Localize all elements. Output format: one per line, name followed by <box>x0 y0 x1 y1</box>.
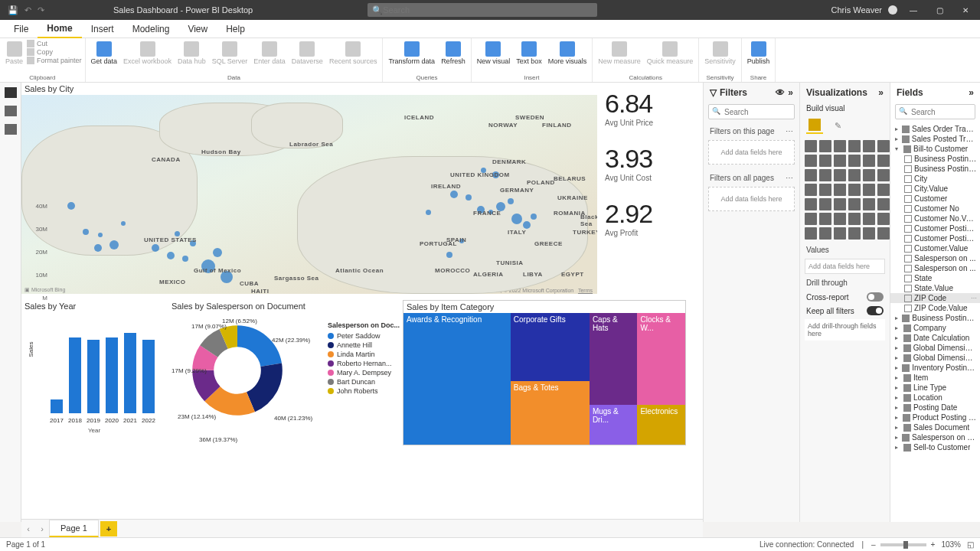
map-bubble[interactable] <box>98 233 103 237</box>
viz-type-24[interactable] <box>805 198 817 210</box>
table-node[interactable]: ▸Location <box>890 393 980 403</box>
viz-type-9[interactable] <box>848 155 861 167</box>
field-node[interactable]: Customer Postin... <box>890 233 980 243</box>
map-bubble[interactable] <box>83 229 89 235</box>
field-node[interactable]: Business Posting... <box>890 154 980 164</box>
filters-all-well[interactable]: Add data fields here <box>708 187 795 211</box>
map-bubble[interactable] <box>213 248 222 257</box>
zoom-out-button[interactable]: – <box>871 540 876 549</box>
table-node[interactable]: ▸Global Dimension 1 <box>890 343 980 353</box>
map-bubble[interactable] <box>182 256 188 262</box>
viz-type-14[interactable] <box>834 169 846 181</box>
cut-button[interactable]: Cut <box>27 40 82 47</box>
field-node[interactable]: Salesperson on ... <box>890 253 980 263</box>
map-bubble[interactable] <box>152 244 159 252</box>
treemap-cell[interactable]: Mugs & Dri... <box>590 405 638 445</box>
more-visuals-button[interactable]: More visuals <box>546 40 590 73</box>
field-checkbox[interactable] <box>904 295 912 302</box>
viz-type-4[interactable] <box>863 140 875 152</box>
menu-home[interactable]: Home <box>38 20 81 38</box>
treemap-cell[interactable]: Caps & Hats <box>590 313 638 405</box>
app-search-input[interactable] <box>383 5 593 15</box>
field-checkbox[interactable] <box>904 255 912 262</box>
map-bubble[interactable] <box>109 240 119 249</box>
map-bubble[interactable] <box>531 214 537 220</box>
viz-type-39[interactable] <box>848 227 861 240</box>
kpi-card[interactable]: 3.93Avg Unit Cost <box>603 138 692 193</box>
bar[interactable]: 2018 <box>69 337 81 413</box>
field-node[interactable]: Customer Postin... <box>890 223 980 233</box>
enter-data-button[interactable]: Enter data <box>251 40 288 73</box>
report-canvas[interactable]: Sales by City ▣ Microsoft Bing © 2022 To… <box>21 83 703 522</box>
viz-type-1[interactable] <box>819 140 831 152</box>
refresh-button[interactable]: Refresh <box>439 40 468 73</box>
menu-view[interactable]: View <box>178 21 217 37</box>
fields-search-input[interactable] <box>895 104 975 119</box>
bar[interactable]: 2017 <box>51 399 63 413</box>
next-page-button[interactable]: › <box>35 524 49 533</box>
bar[interactable]: 2022 <box>142 340 155 413</box>
data-view-icon[interactable] <box>5 106 17 116</box>
viz-type-15[interactable] <box>848 169 861 181</box>
field-checkbox[interactable] <box>904 285 912 292</box>
menu-modeling[interactable]: Modeling <box>123 21 179 37</box>
field-node[interactable]: City <box>890 174 980 184</box>
more-icon[interactable]: ⋯ <box>786 127 793 135</box>
values-well[interactable]: Add data fields here <box>805 259 885 274</box>
legend-item[interactable]: Annette Hill <box>328 341 400 349</box>
field-checkbox[interactable] <box>904 275 912 282</box>
field-node[interactable]: Customer No.Val... <box>890 214 980 223</box>
sql-server-button[interactable]: SQL Server <box>210 40 250 73</box>
legend-item[interactable]: Linda Martin <box>328 350 400 358</box>
save-icon[interactable]: 💾 <box>8 5 18 15</box>
viz-type-18[interactable] <box>805 184 817 196</box>
map-visual[interactable]: Sales by City ▣ Microsoft Bing © 2022 To… <box>21 83 597 297</box>
viz-type-27[interactable] <box>848 198 861 210</box>
field-node[interactable]: ZIP Code⋯ <box>890 293 980 303</box>
table-node[interactable]: ▸Date Calculation <box>890 333 980 343</box>
treemap-visual[interactable]: Sales by Item Category Awards & Recognit… <box>403 300 686 445</box>
kpi-cards[interactable]: 6.84Avg Unit Price3.93Avg Unit Cost2.92A… <box>603 83 692 248</box>
field-checkbox[interactable] <box>904 185 912 193</box>
field-checkbox[interactable] <box>904 215 912 223</box>
field-node[interactable]: Business Posting... <box>890 164 980 174</box>
zoom-in-button[interactable]: + <box>931 540 936 549</box>
treemap-cell[interactable]: Electronics <box>637 405 685 445</box>
text-box-button[interactable]: Text box <box>514 40 544 73</box>
viz-type-16[interactable] <box>863 169 875 181</box>
viz-type-41[interactable] <box>877 227 890 240</box>
viz-type-5[interactable] <box>877 140 890 152</box>
viz-type-7[interactable] <box>819 155 831 167</box>
transform-data-button[interactable]: Transform data <box>386 40 437 73</box>
menu-help[interactable]: Help <box>217 21 254 37</box>
viz-type-8[interactable] <box>834 155 846 167</box>
menu-file[interactable]: File <box>5 21 38 37</box>
publish-button[interactable]: Publish <box>745 40 773 73</box>
viz-type-13[interactable] <box>819 169 831 181</box>
viz-type-35[interactable] <box>877 213 890 225</box>
legend-item[interactable]: Peter Saddow <box>328 332 400 340</box>
bar[interactable]: 2019 <box>87 340 100 413</box>
field-checkbox[interactable] <box>904 165 912 173</box>
viz-type-10[interactable] <box>863 155 875 167</box>
field-node[interactable]: City.Value <box>890 184 980 194</box>
field-checkbox[interactable] <box>904 305 912 312</box>
field-checkbox[interactable] <box>904 235 912 243</box>
viz-type-0[interactable] <box>805 140 817 152</box>
app-search[interactable]: 🔍 <box>368 3 597 17</box>
copy-button[interactable]: Copy <box>27 48 82 56</box>
undo-icon[interactable]: ↶ <box>24 5 31 15</box>
viz-type-22[interactable] <box>863 184 875 196</box>
field-checkbox[interactable] <box>904 155 912 163</box>
legend-item[interactable]: John Roberts <box>328 387 400 395</box>
field-checkbox[interactable] <box>904 265 912 272</box>
map-bubble[interactable] <box>446 252 452 258</box>
filters-page-well[interactable]: Add data fields here <box>708 140 795 165</box>
field-node[interactable]: Customer <box>890 194 980 204</box>
user-name[interactable]: Chris Weaver <box>831 5 882 15</box>
fit-page-icon[interactable]: ◱ <box>967 540 974 549</box>
table-node[interactable]: ▸Sales Posted Transactio... <box>890 134 980 144</box>
legend-item[interactable]: Roberto Hernan... <box>328 360 400 367</box>
map-bubble[interactable] <box>508 198 514 204</box>
collapse-fields-icon[interactable]: » <box>969 87 974 98</box>
